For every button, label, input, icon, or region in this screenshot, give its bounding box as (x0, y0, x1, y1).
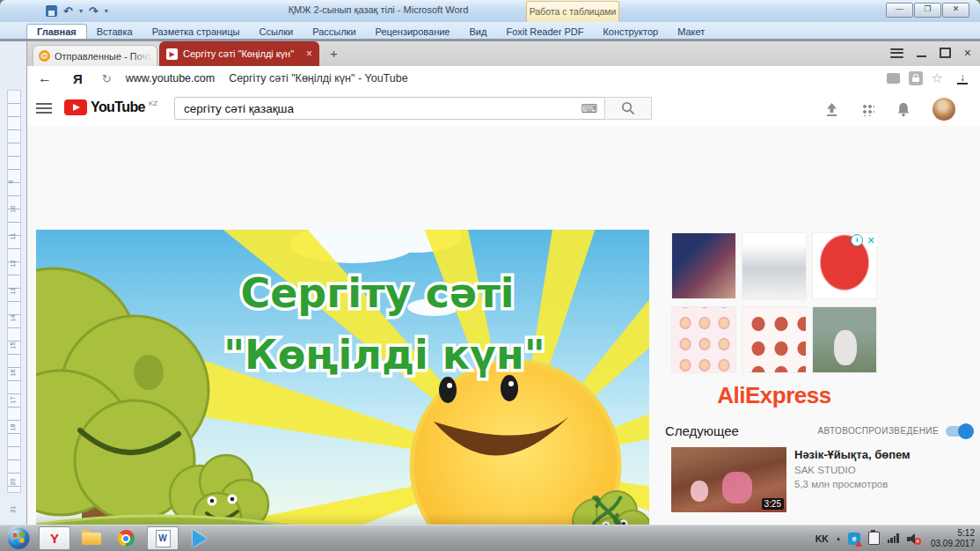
new-tab-button[interactable]: + (330, 46, 338, 61)
browser-tab-youtube-active[interactable]: ▶ Сергіту сәті "Көңілді күн" × (159, 41, 319, 66)
autoplay-label: АВТОВОСПРОИЗВЕДЕНИЕ (817, 426, 939, 436)
taskbar-chrome[interactable] (113, 527, 139, 549)
chrome-icon (118, 530, 135, 547)
save-icon[interactable] (46, 5, 57, 17)
word-close-button[interactable]: ✕ (942, 3, 969, 18)
youtube-page: Сергіту сәті "Көңілді күн" (27, 126, 980, 525)
word-window-title: ҚМЖ 2-сынып қазақ тілі - Microsoft Word (264, 4, 493, 15)
taskbar: Y W KK ▴ e ✕ 5:12 03.09.2017 (0, 525, 980, 551)
taskbar-word[interactable]: W (147, 526, 179, 550)
word-tab-home[interactable]: Главная (26, 24, 87, 39)
volume-muted-icon[interactable]: ✕ (907, 533, 921, 545)
clipboard-tray-icon[interactable] (868, 532, 880, 545)
word-tab-insert[interactable]: Вставка (87, 25, 143, 39)
undo-icon[interactable]: ↶ (63, 5, 73, 17)
keyboard-icon[interactable]: ⌨ (581, 102, 597, 115)
word-tab-references[interactable]: Ссылки (249, 25, 303, 39)
back-icon[interactable]: ← (38, 70, 52, 86)
folder-icon (82, 533, 101, 545)
word-minimize-button[interactable]: — (886, 3, 913, 18)
ruler-number: 21 (10, 506, 16, 513)
suggestion-views: 5,3 млн просмотров (794, 479, 979, 489)
url-page-title: Сергіту сәті "Көңілді күн" - YouTube (229, 72, 408, 84)
ad-info-icon[interactable]: i (851, 234, 863, 246)
ad-image[interactable] (742, 306, 807, 373)
suggestion-channel: SAK STUDIO (794, 465, 979, 475)
mail-favicon: @ (39, 50, 50, 62)
media-play-icon (193, 530, 207, 547)
taskbar-file-explorer[interactable] (78, 527, 105, 549)
youtube-favicon: ▶ (166, 48, 178, 60)
word-tab-mailings[interactable]: Рассылки (303, 25, 365, 39)
ruler-number: 14 (10, 315, 16, 322)
word-tab-view[interactable]: Вид (460, 25, 497, 39)
hidden-icons-arrow[interactable]: ▴ (837, 534, 840, 542)
browser-tab-mail[interactable]: @ Отправленные - Почта Mai (33, 45, 157, 66)
taskbar-media-player[interactable] (186, 527, 213, 549)
suggestion-title[interactable]: Нәзік-Ұйықта, бөпем (794, 448, 979, 461)
search-button[interactable] (604, 97, 652, 120)
up-next-label: Следующее (665, 423, 739, 438)
redo-icon[interactable]: ↷ (89, 5, 99, 17)
tab-close-icon[interactable]: × (306, 48, 312, 59)
browser-tabstrip: @ Отправленные - Почта Mai ▶ Сергіту сәт… (27, 41, 980, 66)
avatar[interactable] (932, 98, 955, 121)
ad-close-icon[interactable]: ✕ (865, 234, 877, 246)
address-bar[interactable]: ← Я ↻ www.youtube.com Сергіту сәті "Көңі… (27, 66, 980, 92)
browser-maximize-button[interactable] (940, 48, 951, 58)
ruler-number: 13 (10, 288, 16, 295)
youtube-wordmark: YouTube (91, 99, 145, 115)
apps-grid-icon[interactable] (861, 103, 874, 116)
tab-label: Отправленные - Почта Mai (55, 51, 151, 62)
video-player[interactable]: Сергіту сәті "Көңілді күн" (36, 230, 649, 551)
tray-date: 03.09.2017 (931, 539, 975, 549)
refresh-icon[interactable]: ↻ (102, 72, 112, 85)
ruler-number: 9 (8, 180, 14, 184)
language-indicator[interactable]: KK (815, 533, 829, 544)
search-value: сергіту сәті қазақша (184, 102, 581, 115)
word-tab-page-layout[interactable]: Разметка страницы (143, 25, 250, 39)
quick-access-toolbar: ↶ ▾ ↷ ▾ (46, 3, 108, 18)
antivirus-tray-icon[interactable]: e (848, 533, 860, 545)
bell-icon[interactable] (896, 101, 911, 118)
comments-icon[interactable] (887, 73, 900, 84)
yandex-logo[interactable]: Я (73, 71, 83, 86)
word-tab-table-design[interactable]: Конструктор (593, 25, 668, 39)
youtube-logo[interactable]: YouTube KZ (64, 99, 157, 115)
browser-menu-icon[interactable] (890, 48, 903, 58)
bookmark-star-icon[interactable]: ☆ (932, 72, 943, 84)
word-tab-table-layout[interactable]: Макет (668, 25, 714, 39)
word-icon: W (156, 530, 171, 547)
search-input[interactable]: сергіту сәті қазақша ⌨ (174, 97, 605, 120)
tray-time: 5:12 (931, 528, 975, 539)
word-tab-foxit[interactable]: Foxit Reader PDF (496, 25, 593, 39)
ad-image[interactable] (812, 306, 877, 373)
start-button[interactable] (7, 526, 30, 549)
word-ribbon-tabs: Главная Вставка Разметка страницы Ссылки… (0, 22, 980, 40)
ad-image[interactable] (742, 232, 807, 299)
url-host[interactable]: www.youtube.com (126, 72, 215, 84)
suggestion-item[interactable]: Нәзік-Ұйықта, бөпем SAK STUDIO 5,3 млн п… (794, 448, 979, 489)
windows-flag-icon (12, 532, 25, 544)
browser-close-button[interactable]: × (964, 48, 971, 58)
upload-icon[interactable] (823, 101, 840, 118)
ad-image[interactable] (671, 232, 736, 299)
aliexpress-brand-link[interactable]: AliExpress (671, 382, 877, 409)
word-tab-review[interactable]: Рецензирование (366, 25, 460, 39)
clock[interactable]: 5:12 03.09.2017 (931, 528, 975, 549)
network-signal-icon[interactable] (888, 533, 899, 543)
download-icon[interactable]: ↓ (957, 73, 968, 84)
word-restore-button[interactable]: ❐ (914, 3, 941, 18)
autoplay-toggle[interactable] (946, 426, 972, 437)
video-caption-line1: Сергіту сәті (240, 269, 514, 317)
ad-banner[interactable]: i ✕ (671, 232, 877, 373)
taskbar-yandex-browser[interactable]: Y (39, 526, 70, 550)
qat-customize-icon[interactable]: ▾ (105, 7, 108, 15)
protect-lock-icon[interactable] (909, 71, 923, 85)
ad-image[interactable] (671, 306, 736, 373)
browser-minimize-button[interactable] (917, 55, 926, 57)
suggestion-thumbnail[interactable]: 3:25 (671, 447, 786, 512)
youtube-menu-icon[interactable] (36, 103, 52, 114)
undo-dropdown-icon[interactable]: ▾ (79, 7, 83, 15)
desktop: ↶ ▾ ↷ ▾ ҚМЖ 2-сынып қазақ тілі - Microso… (0, 0, 980, 551)
